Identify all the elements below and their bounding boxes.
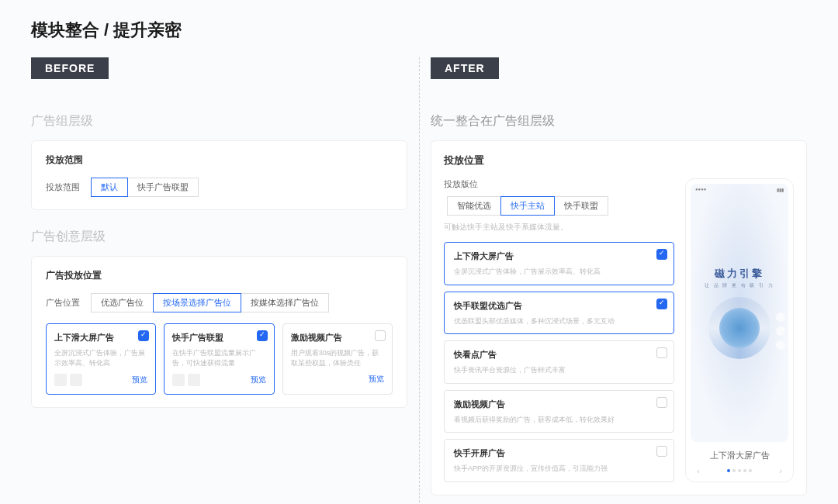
preview-link[interactable]: 预览 <box>251 375 266 385</box>
checkbox-icon[interactable] <box>257 330 268 341</box>
opt-desc: 在快手广告联盟流量展示广告，可快速获得流量 <box>172 348 265 368</box>
status-bar: ●●●●▮▮▮ <box>695 187 784 192</box>
side-icons <box>776 312 785 350</box>
dot[interactable] <box>749 469 752 472</box>
phone-caption: 上下滑大屏广告 <box>691 442 788 464</box>
seg-union[interactable]: 快手广告联盟 <box>127 178 199 197</box>
preview-link[interactable]: 预览 <box>132 375 147 385</box>
card-ad-placement: 广告投放位置 广告位置 优选广告位 按场景选择广告位 按媒体选择广告位 上下滑大… <box>31 256 407 408</box>
dot[interactable] <box>732 469 736 472</box>
opt-desc: 用户观看30s的视频广告，获取某些权益，体验类任 <box>291 348 384 368</box>
phone-sub: 让 品 牌 更 有 吸 引 力 <box>705 282 774 289</box>
thumb-icon <box>54 374 67 386</box>
sub-title: 投放版位 <box>444 178 674 190</box>
checkbox-icon[interactable] <box>656 397 667 408</box>
tab-by-scene[interactable]: 按场景选择广告位 <box>153 293 241 312</box>
pagination-dots <box>727 469 752 472</box>
thumb-icon <box>70 374 82 386</box>
chevron-right-icon[interactable]: › <box>779 466 782 475</box>
opt-title: 快看点广告 <box>454 349 664 361</box>
phone-screen: ●●●●▮▮▮ 磁力引擎 让 品 牌 更 有 吸 引 力 <box>691 184 788 442</box>
dot[interactable] <box>743 469 746 472</box>
opt-title: 上下滑大屏广告 <box>54 332 147 343</box>
opt-desc: 快手APP的开屏资源位，宣传价值高，引流能力强 <box>454 464 664 474</box>
opt-title: 激励视频广告 <box>454 399 664 410</box>
card-title: 广告投放位置 <box>46 269 393 282</box>
phone-logo: 磁力引擎 <box>715 267 764 281</box>
section-label-creative: 广告创意层级 <box>31 229 407 245</box>
placement-tabs: 智能优选 快手主站 快手联盟 <box>447 196 608 216</box>
opt-card-union[interactable]: 快手广告联盟 在快手广告联盟流量展示广告，可快速获得流量 预览 <box>164 323 274 395</box>
checkbox-icon[interactable] <box>138 330 149 341</box>
preview-link[interactable]: 预览 <box>369 374 384 385</box>
checkbox-icon[interactable] <box>656 249 667 260</box>
opt-desc: 优选联盟头部优质媒体，多种沉浸式场景，多元互动 <box>454 316 664 326</box>
opt-card-fullscreen[interactable]: 上下滑大屏广告 全屏沉浸式广告体验，广告展示效率高、转化高 预览 <box>46 323 156 395</box>
dot[interactable] <box>738 469 741 472</box>
opt-row-union-optimal[interactable]: 快手联盟优选广告 优选联盟头部优质媒体，多种沉浸式场景，多元互动 <box>444 292 674 335</box>
phone-preview: ●●●●▮▮▮ 磁力引擎 让 品 牌 更 有 吸 引 力 上下滑大屏广告 ‹ <box>685 178 794 482</box>
row-label: 投放范围 <box>46 181 85 193</box>
checkbox-icon[interactable] <box>656 446 667 457</box>
opt-desc: 全屏沉浸式广告体验，广告展示效率高、转化高 <box>454 267 664 277</box>
phone-nav: ‹ › <box>691 464 788 477</box>
before-column: BEFORE 广告组层级 投放范围 投放范围 默认 快手广告联盟 广告创意层级 … <box>31 57 407 504</box>
thumb-icon <box>188 374 200 386</box>
opt-row-kuaikan[interactable]: 快看点广告 快手资讯平台资源位，广告样式丰富 <box>444 340 674 384</box>
before-badge: BEFORE <box>31 57 109 79</box>
card-title: 投放范围 <box>46 154 393 167</box>
card-placement-scope: 投放范围 投放范围 默认 快手广告联盟 <box>31 140 407 210</box>
opt-desc: 看视频后获得奖励的广告，获客成本低，转化效果好 <box>454 415 664 425</box>
after-column: AFTER 统一整合在广告组层级 投放位置 投放版位 智能优选 快手主站 快手联… <box>431 57 807 504</box>
vortex-graphic <box>708 297 770 359</box>
tab-optimal[interactable]: 优选广告位 <box>91 293 154 312</box>
dot[interactable] <box>727 469 730 472</box>
tab-union[interactable]: 快手联盟 <box>554 196 608 216</box>
opt-desc: 全屏沉浸式广告体验，广告展示效率高、转化高 <box>54 348 147 368</box>
opt-title: 激励视频广告 <box>291 332 384 343</box>
opt-row-reward[interactable]: 激励视频广告 看视频后获得奖励的广告，获客成本低，转化效果好 <box>444 390 674 433</box>
row-label: 广告位置 <box>46 297 85 309</box>
opt-card-reward[interactable]: 激励视频广告 用户观看30s的视频广告，获取某些权益，体验类任 预览 <box>282 323 393 395</box>
column-divider <box>419 57 420 504</box>
chevron-left-icon[interactable]: ‹ <box>697 466 700 475</box>
card-title: 投放位置 <box>444 154 794 167</box>
seg-default[interactable]: 默认 <box>91 178 128 197</box>
tab-main[interactable]: 快手主站 <box>500 196 555 216</box>
hint-text: 可触达快手主站及快手系媒体流量。 <box>444 222 674 233</box>
opt-title: 快手联盟优选广告 <box>454 300 664 312</box>
opt-title: 上下滑大屏广告 <box>454 250 664 262</box>
placement-tabs: 优选广告位 按场景选择广告位 按媒体选择广告位 <box>91 293 328 312</box>
checkbox-icon[interactable] <box>375 330 386 341</box>
opt-title: 快手广告联盟 <box>172 332 265 343</box>
opt-row-fullscreen[interactable]: 上下滑大屏广告 全屏沉浸式广告体验，广告展示效率高、转化高 <box>444 242 674 285</box>
checkbox-icon[interactable] <box>656 299 667 309</box>
tab-by-media[interactable]: 按媒体选择广告位 <box>241 293 329 312</box>
scope-segment: 默认 快手广告联盟 <box>91 178 198 197</box>
opt-desc: 快手资讯平台资源位，广告样式丰富 <box>454 365 664 375</box>
thumb-icon <box>172 374 185 386</box>
opt-row-splash[interactable]: 快手开屏广告 快手APP的开屏资源位，宣传价值高，引流能力强 <box>444 439 674 482</box>
checkbox-icon[interactable] <box>656 347 667 358</box>
option-cards: 上下滑大屏广告 全屏沉浸式广告体验，广告展示效率高、转化高 预览 快手广告联盟 … <box>46 323 393 395</box>
section-label-unified: 统一整合在广告组层级 <box>431 113 807 129</box>
option-list: 上下滑大屏广告 全屏沉浸式广告体验，广告展示效率高、转化高 快手联盟优选广告 优… <box>444 242 674 482</box>
tab-smart[interactable]: 智能优选 <box>447 196 501 216</box>
after-badge: AFTER <box>431 57 499 79</box>
page-title: 模块整合 / 提升亲密 <box>0 0 838 57</box>
section-label-adgroup: 广告组层级 <box>31 113 407 129</box>
card-placement-unified: 投放位置 投放版位 智能优选 快手主站 快手联盟 可触达快手主站及快手系媒体流量… <box>431 140 807 495</box>
opt-title: 快手开屏广告 <box>454 447 664 459</box>
